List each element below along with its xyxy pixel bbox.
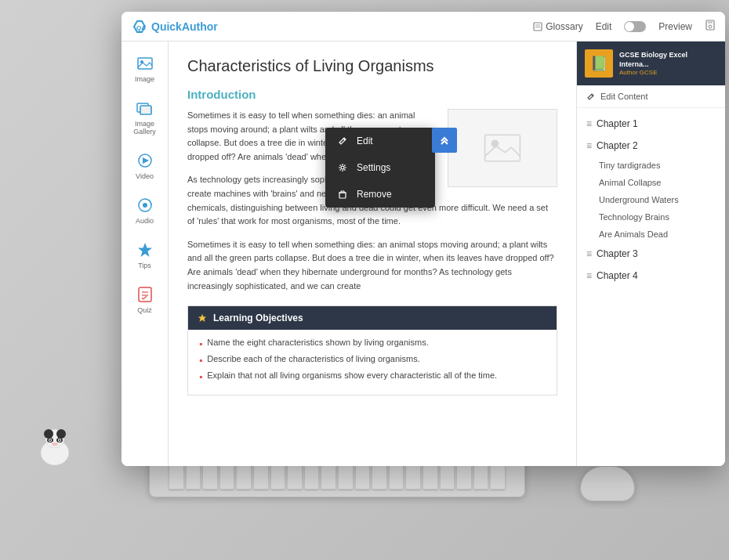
svg-rect-37 xyxy=(339,193,346,198)
chapter-toggle-icon: ≡ xyxy=(586,248,592,259)
image-label: Image xyxy=(135,75,154,83)
edit-icon xyxy=(336,135,349,147)
svg-text:QA: QA xyxy=(136,24,146,31)
svg-point-18 xyxy=(709,25,712,28)
context-menu-remove[interactable]: Remove xyxy=(325,181,435,208)
image-icon xyxy=(136,54,154,73)
sidebar-item-audio[interactable]: Audio xyxy=(125,191,165,229)
learning-obj-item: ▪ Name the eight characteristics shown b… xyxy=(199,338,546,349)
toc-subitem-technology-brains[interactable]: Technology Brains xyxy=(577,208,725,226)
expand-handle[interactable] xyxy=(432,128,457,153)
bullet-icon: ▪ xyxy=(199,355,202,366)
svg-point-33 xyxy=(491,140,499,148)
context-menu-edit[interactable]: Edit xyxy=(325,128,435,154)
chapter-toggle-icon: ≡ xyxy=(586,140,592,151)
svg-rect-13 xyxy=(534,23,542,31)
edit-content-btn[interactable]: Edit Content xyxy=(577,85,725,108)
svg-marker-25 xyxy=(143,157,149,164)
svg-point-8 xyxy=(49,439,51,441)
learning-obj-item: ▪ Explain that not all living organisms … xyxy=(199,370,546,382)
learning-obj-header: Learning Objectives xyxy=(188,306,557,330)
edit-content-icon xyxy=(586,92,596,101)
content-area: Image Image Gallery Video Audio xyxy=(121,42,725,466)
trash-icon xyxy=(336,188,349,201)
book-card: 📗 GCSE Biology Excel Interna... Author G… xyxy=(577,42,725,85)
glossary-btn[interactable]: Glossary xyxy=(533,21,582,32)
svg-marker-34 xyxy=(198,314,206,322)
gallery-label: Image Gallery xyxy=(130,120,160,135)
bullet-icon: ▪ xyxy=(199,371,202,382)
book-icon xyxy=(533,22,542,31)
table-of-contents: ≡ Chapter 1 ≡ Chapter 2 Tiny tardigrades… xyxy=(577,108,725,291)
svg-point-3 xyxy=(56,429,66,439)
preview-toggle[interactable] xyxy=(624,21,646,32)
learning-objectives-box: Learning Objectives ▪ Name the eight cha… xyxy=(187,305,557,396)
svg-rect-32 xyxy=(485,135,520,161)
svg-point-9 xyxy=(59,439,60,441)
editor-area: Characteristics of Living Organisms Intr… xyxy=(169,42,576,466)
left-sidebar: Image Image Gallery Video Audio xyxy=(121,42,169,466)
learning-obj-body: ▪ Name the eight characteristics shown b… xyxy=(188,330,557,395)
audio-icon xyxy=(136,196,154,215)
chapter-toggle-icon: ≡ xyxy=(586,118,592,129)
save-icon xyxy=(705,20,716,31)
sidebar-item-quiz[interactable]: Quiz xyxy=(125,280,165,319)
star-icon xyxy=(136,240,154,259)
app-name: QuickAuthor xyxy=(151,20,218,33)
panda-decoration xyxy=(31,423,78,466)
toc-subitem-are-animals-dead[interactable]: Are Animals Dead xyxy=(577,226,725,243)
quiz-icon xyxy=(136,285,154,304)
quiz-label: Quiz xyxy=(137,306,152,314)
toc-subitem-underground-waters[interactable]: Underground Waters xyxy=(577,191,725,208)
section-heading: Introduction xyxy=(187,88,557,101)
mouse-decoration xyxy=(580,466,635,501)
context-menu-settings[interactable]: Settings xyxy=(325,154,435,181)
preview-btn[interactable]: Preview xyxy=(658,21,692,32)
expand-icon xyxy=(439,135,450,146)
book-title: GCSE Biology Excel Interna... xyxy=(619,51,717,69)
top-bar: QA QuickAuthor Glossary Edit Preview xyxy=(121,12,725,42)
gallery-icon xyxy=(136,99,154,117)
toc-chapter-2[interactable]: ≡ Chapter 2 xyxy=(577,135,725,157)
right-sidebar: 📗 GCSE Biology Excel Interna... Author G… xyxy=(576,42,725,466)
logo-area: QA QuickAuthor xyxy=(131,18,218,35)
star-icon-small xyxy=(198,313,207,323)
toc-chapter-1[interactable]: ≡ Chapter 1 xyxy=(577,113,725,135)
svg-point-36 xyxy=(341,166,344,169)
book-thumbnail: 📗 xyxy=(585,49,613,78)
svg-marker-28 xyxy=(138,243,152,257)
image-placeholder xyxy=(448,109,557,187)
logo-icon: QA xyxy=(131,18,148,35)
settings-icon xyxy=(336,161,349,174)
video-label: Video xyxy=(136,172,154,180)
context-menu: Edit Settings Remove xyxy=(325,128,435,208)
tips-label: Tips xyxy=(138,262,151,269)
body-text-3: Sometimes it is easy to tell when someth… xyxy=(187,238,557,293)
sidebar-item-tips[interactable]: Tips xyxy=(125,236,165,274)
edit-btn[interactable]: Edit xyxy=(596,21,612,32)
svg-rect-22 xyxy=(140,106,151,114)
book-info: GCSE Biology Excel Interna... Author GCS… xyxy=(619,51,717,76)
app-window: QA QuickAuthor Glossary Edit Preview xyxy=(121,12,725,466)
audio-label: Audio xyxy=(136,217,154,225)
save-btn[interactable] xyxy=(705,20,716,33)
learning-obj-item: ▪ Describe each of the characteristics o… xyxy=(199,354,546,366)
sidebar-item-image[interactable]: Image xyxy=(125,49,165,88)
svg-rect-29 xyxy=(139,287,151,302)
toc-chapter-4[interactable]: ≡ Chapter 4 xyxy=(577,265,725,287)
top-bar-actions: Glossary Edit Preview xyxy=(533,20,716,33)
toc-subitem-animal-collapse[interactable]: Animal Collapse xyxy=(577,174,725,191)
svg-rect-17 xyxy=(708,20,713,23)
video-icon xyxy=(136,151,154,170)
toc-chapter-3[interactable]: ≡ Chapter 3 xyxy=(577,243,725,265)
page-title: Characteristics of Living Organisms xyxy=(187,57,557,75)
toc-subitem-tiny-tardigrades[interactable]: Tiny tardigrades xyxy=(577,157,725,174)
svg-point-2 xyxy=(44,429,53,439)
chapter-toggle-icon: ≡ xyxy=(586,270,592,281)
sidebar-item-video[interactable]: Video xyxy=(125,146,165,185)
bullet-icon: ▪ xyxy=(199,338,202,349)
book-subtitle: Author GCSE xyxy=(619,69,717,76)
svg-point-27 xyxy=(143,203,147,208)
svg-point-10 xyxy=(52,443,58,446)
sidebar-item-gallery[interactable]: Image Gallery xyxy=(125,94,165,140)
